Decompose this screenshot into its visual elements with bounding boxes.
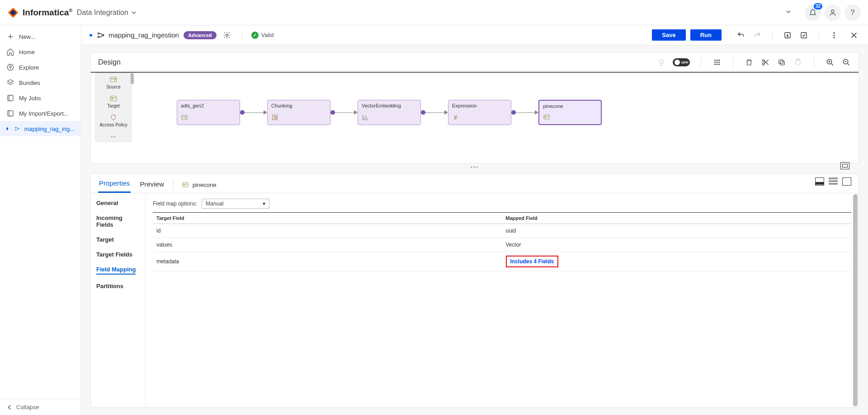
node-expression[interactable]: Expression — [448, 100, 511, 125]
node-vector-embedding[interactable]: VectorEmbedding — [358, 100, 421, 125]
sidetab-target-fields[interactable]: Target Fields — [96, 251, 140, 258]
arrange-button[interactable] — [712, 57, 722, 67]
nav-bundles[interactable]: Bundles — [0, 75, 81, 90]
tab-preview[interactable]: Preview — [139, 177, 165, 192]
properties-panel: Properties Preview pinecone General Inco… — [90, 173, 859, 408]
svg-point-6 — [15, 127, 16, 128]
nav-import-export-label: My Import/Export... — [19, 110, 69, 117]
chevron-down-icon — [131, 10, 137, 15]
nav-new[interactable]: New... — [0, 29, 81, 44]
caret-down-icon: ▾ — [263, 201, 265, 207]
nav-home[interactable]: Home — [0, 44, 81, 60]
notifications-button[interactable]: 32 — [805, 5, 821, 21]
palette-access-policy[interactable]: Access Policy — [96, 111, 131, 130]
shield-icon — [109, 114, 118, 121]
zoom-out-button[interactable] — [841, 57, 851, 67]
grid-icon — [713, 58, 721, 66]
undo-button[interactable] — [735, 29, 747, 41]
tab-properties[interactable]: Properties — [98, 177, 131, 193]
connector[interactable] — [240, 110, 267, 115]
validation-label: Valid — [261, 32, 274, 38]
connector[interactable] — [330, 110, 358, 115]
mapping-icon — [14, 125, 20, 133]
svg-point-16 — [834, 34, 835, 35]
sidetab-general[interactable]: General — [96, 200, 140, 206]
cut-button[interactable] — [760, 57, 770, 67]
chevron-left-icon — [6, 404, 13, 410]
palette-source-label: Source — [106, 84, 121, 89]
svg-point-18 — [714, 60, 715, 61]
nav-collapse[interactable]: Collapse — [0, 399, 81, 415]
breadcrumb-node-name: pinecone — [193, 182, 217, 188]
includes-fields-link[interactable]: Includes 4 Fields — [506, 256, 559, 267]
nav-home-label: Home — [19, 49, 35, 56]
node-chunking[interactable]: Chunking — [267, 100, 330, 125]
redo-button[interactable] — [751, 29, 763, 41]
overlay-toggle[interactable]: OFF — [673, 58, 690, 66]
close-tab-button[interactable] — [848, 29, 860, 41]
table-row[interactable]: iduuid — [153, 224, 851, 238]
nav-open-mapping[interactable]: mapping_rag_ing... — [0, 121, 81, 136]
sidetab-incoming-fields[interactable]: Incoming Fields — [96, 214, 140, 228]
transformation-palette: Source Target Access Policy — [95, 73, 132, 142]
product-switcher[interactable]: Data Integration — [77, 9, 137, 17]
panel-layout-min[interactable] — [829, 177, 838, 186]
user-button[interactable] — [825, 5, 841, 21]
svg-point-37 — [113, 136, 114, 137]
delete-button[interactable] — [744, 57, 754, 67]
svg-point-39 — [115, 136, 116, 137]
panel-scrollbar[interactable] — [853, 194, 858, 406]
table-row[interactable]: metadataIncludes 4 Fields — [153, 252, 851, 271]
validate-button[interactable] — [798, 29, 810, 41]
svg-rect-35 — [110, 77, 117, 82]
design-canvas[interactable]: Source Target Access Policy adls_gen2 Ch… — [91, 73, 859, 163]
node-pinecone[interactable]: pinecone — [538, 100, 602, 125]
mapping-settings-button[interactable] — [221, 29, 233, 41]
sidetab-field-mapping[interactable]: Field Mapping — [96, 266, 136, 275]
palette-target[interactable]: Target — [96, 92, 131, 111]
expression-icon — [452, 114, 459, 122]
node-adls-gen2[interactable]: adls_gen2 — [177, 100, 240, 125]
field-mapping-table: Target Field Mapped Field iduuid valuesV… — [153, 212, 851, 271]
nav-myjobs[interactable]: My Jobs — [0, 90, 81, 106]
connector[interactable] — [511, 110, 538, 115]
nav-bundles-label: Bundles — [19, 79, 40, 86]
minimap-toggle[interactable] — [840, 162, 849, 169]
palette-more[interactable] — [96, 130, 131, 141]
trash-icon — [745, 58, 753, 66]
top-header: Informatica® Data Integration 32 ? — [0, 0, 868, 25]
copy-icon — [778, 58, 786, 66]
panel-layout-max[interactable] — [842, 177, 851, 186]
field-map-options-value: Manual — [206, 201, 223, 207]
sidetab-target[interactable]: Target — [96, 236, 140, 243]
svg-rect-47 — [544, 115, 549, 119]
checkin-button[interactable] — [782, 29, 793, 41]
nav-import-export[interactable]: My Import/Export... — [0, 106, 81, 121]
connector[interactable] — [421, 110, 448, 115]
table-row[interactable]: valuesVector — [153, 238, 851, 252]
svg-point-38 — [111, 136, 112, 137]
zoom-in-button[interactable] — [825, 57, 835, 67]
nav-explore[interactable]: Explore — [0, 60, 81, 75]
help-button[interactable]: ? — [844, 5, 861, 21]
svg-rect-30 — [779, 60, 783, 64]
palette-scrollbar[interactable] — [131, 73, 134, 84]
header-dropdown[interactable] — [781, 6, 796, 19]
more-menu-button[interactable] — [828, 29, 840, 41]
field-map-options-select[interactable]: Manual ▾ — [202, 199, 269, 209]
svg-point-19 — [717, 60, 717, 61]
paste-button[interactable] — [793, 57, 803, 67]
svg-rect-40 — [182, 115, 187, 119]
svg-rect-5 — [8, 111, 13, 116]
svg-point-20 — [718, 60, 719, 61]
hint-button[interactable] — [656, 57, 666, 67]
panel-resize-handle[interactable]: ••• — [81, 163, 868, 172]
palette-source[interactable]: Source — [96, 73, 131, 92]
svg-point-46 — [367, 118, 367, 118]
run-button[interactable]: Run — [690, 29, 722, 41]
sidetab-partitions[interactable]: Partitions — [96, 283, 140, 289]
save-button[interactable]: Save — [652, 29, 685, 41]
copy-button[interactable] — [777, 57, 787, 67]
svg-point-11 — [103, 34, 104, 36]
panel-layout-split[interactable] — [815, 177, 824, 186]
